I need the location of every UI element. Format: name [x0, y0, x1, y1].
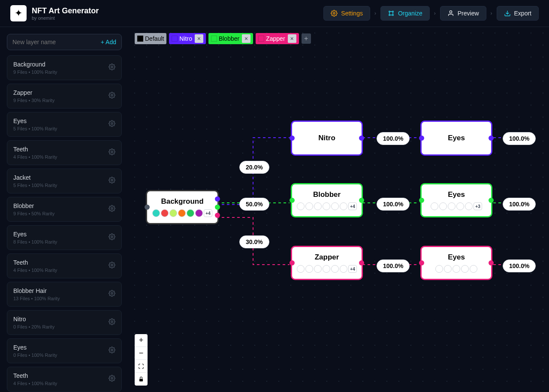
close-icon[interactable]: ×	[288, 34, 296, 43]
node-eyes-zapper[interactable]: Eyes	[420, 246, 492, 280]
swatch	[161, 209, 169, 217]
new-layer-input[interactable]	[12, 39, 101, 45]
port-out[interactable]	[359, 260, 364, 265]
port-out[interactable]	[359, 198, 364, 203]
swatch	[187, 209, 194, 217]
edge-label[interactable]: 100.0%	[503, 132, 536, 145]
node-eyes-blobber[interactable]: Eyes +3	[420, 183, 492, 217]
gear-icon[interactable]	[109, 318, 115, 327]
app-title: NFT Art Generator	[32, 6, 99, 15]
gear-icon[interactable]	[109, 347, 115, 355]
gear-icon[interactable]	[109, 205, 115, 214]
swatch	[305, 265, 313, 273]
node-swatches	[435, 265, 477, 273]
graph-canvas[interactable]: Default Nitro × Blobber × Zapper × + Bac…	[129, 27, 549, 392]
fit-view-button[interactable]	[135, 360, 148, 373]
tag[interactable]: Blobber ×	[208, 33, 253, 44]
port-out[interactable]	[489, 260, 494, 265]
gear-icon[interactable]	[109, 63, 115, 72]
edge-label[interactable]: 100.0%	[503, 259, 536, 272]
close-icon[interactable]: ×	[195, 34, 203, 43]
layer-item[interactable]: Blobber Hair 13 Files • 100% Rarity	[7, 282, 122, 307]
organize-button[interactable]: Organize	[380, 6, 430, 21]
preview-button[interactable]: Preview	[440, 6, 486, 21]
layer-item[interactable]: Teeth 4 Files • 100% Rarity	[7, 253, 122, 278]
layer-item[interactable]: Eyes 8 Files • 100% Rarity	[7, 225, 122, 250]
port-in[interactable]	[145, 205, 150, 210]
port-in[interactable]	[419, 260, 424, 265]
tag[interactable]: Nitro ×	[169, 33, 206, 44]
tag-bar: Default Nitro × Blobber × Zapper × +	[135, 33, 311, 44]
node-blobber[interactable]: Blobber +4	[291, 183, 363, 217]
swatch-more: +3	[474, 202, 482, 210]
port-out-nitro[interactable]	[215, 196, 220, 202]
port-in[interactable]	[419, 198, 424, 203]
edge-label[interactable]: 30.0%	[239, 235, 269, 248]
gear-icon[interactable]	[109, 92, 115, 100]
gear-icon[interactable]	[109, 290, 115, 299]
tag[interactable]: Zapper ×	[256, 33, 299, 44]
edge-label[interactable]: 100.0%	[503, 198, 536, 211]
node-nitro[interactable]: Nitro	[291, 121, 363, 156]
gear-icon[interactable]	[109, 262, 115, 270]
export-icon	[504, 10, 511, 17]
edge-label[interactable]: 100.0%	[377, 198, 410, 211]
swatch	[340, 202, 347, 210]
port-in[interactable]	[290, 260, 295, 265]
gear-icon[interactable]	[109, 177, 115, 185]
edge-label[interactable]: 50.0%	[239, 198, 269, 211]
layer-meta: 9 Files • 30% Rarity	[13, 98, 109, 103]
edge-label[interactable]: 100.0%	[377, 132, 410, 145]
svg-point-3	[389, 15, 390, 16]
tag[interactable]: Default	[135, 33, 166, 44]
swatch	[439, 202, 447, 210]
nav-separator: ›	[434, 10, 436, 16]
edge-label[interactable]: 100.0%	[377, 259, 410, 272]
layer-meta: 5 Files • 100% Rarity	[13, 183, 109, 188]
layer-meta: 0 Files • 100% Rarity	[13, 353, 109, 358]
layer-name: Teeth	[13, 259, 109, 266]
node-eyes-nitro[interactable]: Eyes	[420, 121, 492, 156]
zoom-out-button[interactable]: −	[135, 347, 148, 360]
layer-name: Teeth	[13, 372, 109, 379]
layer-item[interactable]: Jacket 5 Files • 100% Rarity	[7, 169, 122, 193]
add-layer-button[interactable]: + Add	[101, 39, 116, 45]
layer-item[interactable]: Eyes 5 Files • 100% Rarity	[7, 112, 122, 137]
close-icon[interactable]: ×	[242, 34, 250, 43]
lock-button[interactable]	[135, 373, 148, 386]
export-button[interactable]: Export	[497, 6, 539, 21]
port-out[interactable]	[489, 136, 494, 141]
layer-item[interactable]: Eyes 0 Files • 100% Rarity	[7, 338, 122, 363]
layer-item[interactable]: Blobber 9 Files • 50% Rarity	[7, 197, 122, 222]
gear-icon[interactable]	[109, 120, 115, 129]
layer-name: Background	[13, 61, 109, 68]
layer-meta: 4 Files • 100% Rarity	[13, 154, 109, 160]
port-in[interactable]	[419, 136, 424, 141]
layer-item[interactable]: Background 9 Files • 100% Rarity	[7, 55, 122, 80]
swatch	[435, 265, 443, 273]
port-out-zapper[interactable]	[215, 213, 220, 218]
gear-icon[interactable]	[109, 233, 115, 242]
layer-item[interactable]: Teeth 4 Files • 100% Rarity	[7, 140, 122, 165]
port-out[interactable]	[489, 198, 494, 203]
layer-item[interactable]: Teeth 4 Files • 100% Rarity	[7, 367, 122, 392]
port-out-blobber[interactable]	[215, 205, 220, 210]
edge-label[interactable]: 20.0%	[239, 161, 269, 174]
settings-button[interactable]: Settings	[323, 6, 370, 21]
tag-swatch	[137, 36, 143, 42]
node-background[interactable]: Background +4	[146, 190, 219, 224]
add-tag-button[interactable]: +	[302, 33, 311, 44]
gear-icon[interactable]	[109, 375, 115, 383]
layer-item[interactable]: Nitro 0 Files • 20% Rarity	[7, 310, 122, 335]
layer-name: Blobber	[13, 202, 109, 209]
node-swatches: +4	[297, 202, 357, 210]
port-in[interactable]	[290, 198, 295, 203]
port-in[interactable]	[290, 136, 295, 141]
swatch	[470, 265, 477, 273]
layer-item[interactable]: Zapper 9 Files • 30% Rarity	[7, 84, 122, 109]
zoom-in-button[interactable]: +	[135, 334, 148, 347]
node-zapper[interactable]: Zapper +4	[291, 246, 363, 280]
gear-icon[interactable]	[109, 148, 115, 157]
port-out[interactable]	[359, 136, 364, 141]
maximize-icon	[138, 363, 144, 369]
